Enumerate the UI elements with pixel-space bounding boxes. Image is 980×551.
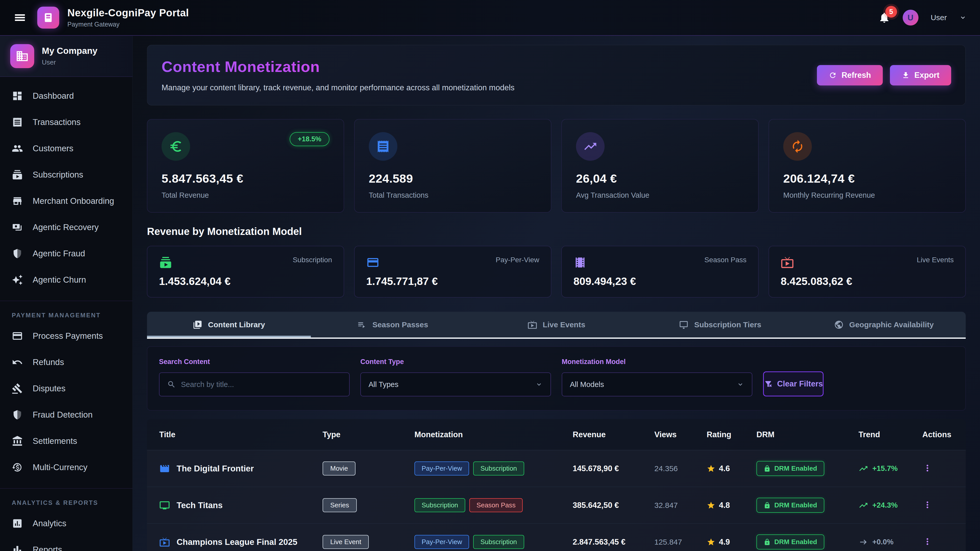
credit-card-icon [366,256,380,269]
stat-label: Total Transactions [369,191,537,200]
model-value: 1.745.771,87 € [366,275,539,287]
live-tv-icon [159,537,170,548]
sidebar-item[interactable]: Dashboard [0,83,132,109]
globe-icon [834,320,844,330]
analytics-icon [12,518,23,529]
sidebar-item[interactable]: Customers [0,135,132,162]
sidebar-item-label: Refunds [33,357,64,367]
sidebar-item[interactable]: Refunds [0,349,132,375]
revenue-value: 145.678,90 € [573,464,654,473]
subscriptions-icon [12,169,23,180]
trend-value: +15.7% [872,464,897,473]
tab[interactable]: Live Events [474,312,638,338]
sidebar-item[interactable]: Agentic Churn [0,267,132,293]
content-title: The Digital Frontier [177,464,254,473]
table-header: Title Type Monetization Revenue Views Ra… [147,419,966,450]
arrow-right-icon [859,537,868,547]
sidebar-nav: Dashboard Transactions Customers Subscri… [0,77,132,551]
tab-label: Subscription Tiers [694,321,761,329]
tab[interactable]: Subscription Tiers [638,312,802,338]
trending-up-icon [859,500,868,510]
people-icon [12,143,23,154]
search-label: Search Content [159,358,350,366]
sidebar-item[interactable]: Fraud Detection [0,402,132,428]
menu-icon[interactable] [13,11,27,24]
tab[interactable]: Geographic Availability [802,312,966,338]
chevron-down-icon [737,381,744,388]
rating-value: 4.9 [719,537,730,547]
monetization-badge: Pay-Per-View [414,462,469,475]
sidebar-item[interactable]: Multi-Currency [0,454,132,481]
models-section-title: Revenue by Monetization Model [147,226,966,237]
refresh-button[interactable]: Refresh [817,65,883,86]
company-card[interactable]: My Company User [0,36,132,77]
brand: Nexgile-CogniPay Portal Payment Gateway [37,6,189,29]
sidebar-item[interactable]: Subscriptions [0,162,132,188]
tv-icon [159,500,170,511]
refresh-icon [829,71,837,79]
sidebar-item[interactable]: Settlements [0,428,132,454]
sidebar-item[interactable]: Transactions [0,109,132,135]
monetization-model-label: Monetization Model [562,358,752,366]
sidebar-item-label: Agentic Churn [33,275,86,285]
notifications-button[interactable]: 5 [878,11,891,24]
chevron-down-icon [535,381,543,388]
app-title: Nexgile-CogniPay Portal [67,7,189,19]
search-input[interactable] [181,380,342,389]
model-label: Subscription [293,256,332,264]
monetization-model-select[interactable]: All Models [562,372,752,396]
shield-half-icon [12,248,23,259]
revenue-value: 2.847.563,45 € [573,537,654,547]
lock-icon [764,538,771,546]
sidebar-item[interactable]: Merchant Onboarding [0,188,132,214]
filters-panel: Search Content Content Type All Types Mo… [147,346,966,410]
tab[interactable]: Content Library [147,312,311,338]
undo-icon [12,357,23,368]
models-row: Subscription 1.453.624,04 € Pay-Per-View… [147,246,966,297]
views-value: 125.847 [654,538,707,546]
sidebar-item[interactable]: Process Payments [0,323,132,349]
movie-icon [159,463,170,474]
row-actions-button[interactable] [922,500,932,510]
sidebar-item-label: Settlements [33,436,77,446]
model-card: Pay-Per-View 1.745.771,87 € [354,246,551,297]
sidebar-item[interactable]: Agentic Fraud [0,241,132,267]
table-row: The Digital Frontier Movie Pay-Per-View … [147,450,966,487]
stat-card: 26,04 € Avg Transaction Value [562,119,759,213]
views-value: 24.356 [654,464,707,473]
avatar[interactable]: U [903,10,918,25]
company-logo [10,44,34,68]
autorenew-icon [791,139,805,154]
theaters-icon [573,256,587,269]
sidebar-item[interactable]: Agentic Recovery [0,214,132,241]
monetization-badge: Subscription [414,498,465,512]
trend: +0.0% [859,537,922,547]
row-actions-button[interactable] [922,537,932,547]
chevron-down-icon[interactable] [959,14,967,21]
row-actions-button[interactable] [922,463,932,473]
sidebar-item-label: Reports [33,545,62,551]
type-badge: Movie [323,462,355,475]
bar-chart-icon [12,544,23,551]
sidebar-item[interactable]: Disputes [0,375,132,402]
user-name: User [931,13,947,22]
live-tv-icon [781,256,794,269]
content-type-select[interactable]: All Types [360,372,551,396]
app-logo [37,6,59,29]
rating-value: 4.8 [719,501,730,510]
sidebar-item[interactable]: Reports [0,537,132,551]
dashboard-icon [12,90,23,102]
content-title: Tech Titans [177,500,223,510]
main-content: Content Monetization Manage your content… [133,36,980,551]
content-type-label: Content Type [360,358,551,366]
drm-badge: DRM Enabled [756,498,824,513]
clear-filters-button[interactable]: Clear Filters [763,372,824,396]
sidebar: My Company User Dashboard Transactions C… [0,36,133,551]
star-icon [707,464,715,473]
model-value: 1.453.624,04 € [159,275,332,287]
sidebar-item[interactable]: Analytics [0,510,132,537]
tab[interactable]: Season Passes [311,312,475,338]
search-field[interactable] [159,372,350,396]
export-button[interactable]: Export [890,65,951,86]
stat-label: Monthly Recurring Revenue [783,191,951,200]
